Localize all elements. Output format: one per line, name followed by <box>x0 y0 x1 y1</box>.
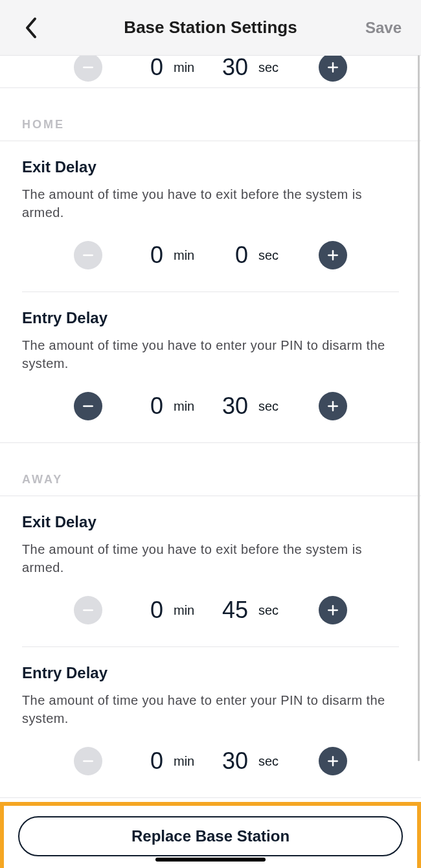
seconds-unit: sec <box>256 754 291 769</box>
home-indicator <box>155 858 266 862</box>
minus-button[interactable] <box>74 392 102 420</box>
minutes-unit: min <box>171 248 207 263</box>
minutes-value: 0 <box>130 242 163 269</box>
seconds-value: 0 <box>214 242 248 269</box>
plus-button[interactable] <box>319 596 347 624</box>
minutes-unit: min <box>171 399 207 414</box>
home-entry-delay-item: Entry Delay The amount of time you have … <box>0 292 421 442</box>
minus-button[interactable] <box>74 747 102 775</box>
plus-button[interactable] <box>319 241 347 269</box>
seconds-unit: sec <box>256 603 291 618</box>
duration-stepper: 0 min 30 sec <box>22 734 399 791</box>
item-title: Entry Delay <box>22 309 399 327</box>
duration-stepper: 0 min 30 sec <box>22 379 399 436</box>
divider <box>0 797 421 798</box>
seconds-unit: sec <box>256 60 291 75</box>
seconds-value: 30 <box>214 748 248 775</box>
item-title: Exit Delay <box>22 158 399 176</box>
plus-button[interactable] <box>319 392 347 420</box>
section-header-label: AWAY <box>22 473 63 496</box>
home-exit-delay-item: Exit Delay The amount of time you have t… <box>0 141 421 291</box>
item-description: The amount of time you have to enter you… <box>22 691 399 727</box>
seconds-value: 45 <box>214 597 248 624</box>
item-title: Exit Delay <box>22 513 399 531</box>
away-exit-delay-item: Exit Delay The amount of time you have t… <box>0 496 421 646</box>
page-title: Base Station Settings <box>124 17 297 38</box>
seconds-unit: sec <box>256 248 291 263</box>
seconds-unit: sec <box>256 399 291 414</box>
minus-icon <box>82 249 95 262</box>
item-description: The amount of time you have to enter you… <box>22 336 399 372</box>
replace-base-station-button[interactable]: Replace Base Station <box>18 816 403 856</box>
seconds-value: 30 <box>214 56 248 81</box>
header: Base Station Settings Save <box>0 0 421 55</box>
minutes-value: 0 <box>130 56 163 81</box>
seconds-value: 30 <box>214 393 248 420</box>
plus-icon <box>326 61 339 74</box>
minutes-value: 0 <box>130 748 163 775</box>
item-title: Entry Delay <box>22 664 399 682</box>
minus-button[interactable] <box>74 56 102 82</box>
plus-icon <box>326 755 339 768</box>
section-header-home: HOME <box>0 88 421 141</box>
content: 0 min 30 sec HOME Exit Delay The amount … <box>0 55 421 868</box>
section-header-label: HOME <box>22 118 65 141</box>
plus-icon <box>326 604 339 617</box>
minus-icon <box>82 755 95 768</box>
plus-icon <box>326 249 339 262</box>
duration-stepper: 0 min 45 sec <box>22 583 399 640</box>
minus-icon <box>82 604 95 617</box>
item-description: The amount of time you have to exit befo… <box>22 185 399 222</box>
item-description: The amount of time you have to exit befo… <box>22 540 399 577</box>
minutes-unit: min <box>171 60 207 75</box>
plus-icon <box>326 400 339 413</box>
minus-button[interactable] <box>74 596 102 624</box>
minus-icon <box>82 400 95 413</box>
plus-button[interactable] <box>319 56 347 82</box>
minutes-unit: min <box>171 754 207 769</box>
chevron-left-icon <box>23 16 39 40</box>
minutes-value: 0 <box>130 597 163 624</box>
duration-stepper: 0 min 0 sec <box>22 228 399 285</box>
minus-button[interactable] <box>74 241 102 269</box>
away-entry-delay-item: Entry Delay The amount of time you have … <box>0 647 421 797</box>
minutes-unit: min <box>171 603 207 618</box>
section-header-away: AWAY <box>0 443 421 496</box>
minus-icon <box>82 61 95 74</box>
partial-offscreen-stepper: 0 min 30 sec <box>0 56 421 88</box>
save-button[interactable]: Save <box>365 19 402 37</box>
plus-button[interactable] <box>319 747 347 775</box>
minutes-value: 0 <box>130 393 163 420</box>
back-button[interactable] <box>18 15 44 41</box>
